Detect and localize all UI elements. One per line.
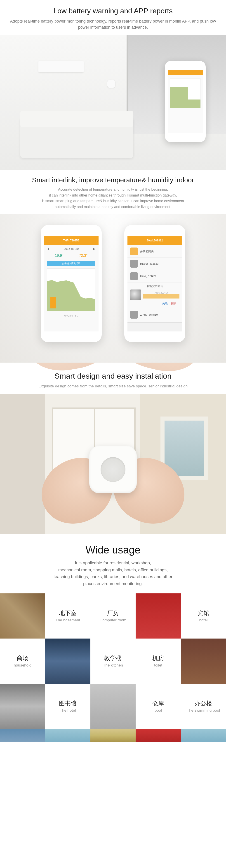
right-phone-group: 20WL708812 多功能网关 HDoor_832623 Hato_78942… [120,225,190,356]
section-interlink: Smart interlink, improve temperature& hu… [0,170,226,363]
label-cn: 宾馆 [198,609,209,617]
gateway-icon [130,248,138,255]
relate-action: 关联 [162,302,168,306]
device-row: 多功能网关 [128,245,182,258]
usage-image-bank [45,729,90,742]
section1-title: Low battery warning and APP reports [9,7,217,15]
battery-chart [170,79,201,108]
sensor-device [89,446,137,493]
chart-bar [50,297,56,308]
app-header-bar [168,70,203,75]
section3-header: Smart design and easy installation Exqui… [0,363,226,394]
alert-bar [143,294,179,299]
usage-image-building [0,684,45,729]
product-in-hands [0,394,226,534]
phone-screen [168,70,203,133]
arrow-left-icon: ◀ [47,247,49,250]
section2-header: Smart interlink, improve temperature& hu… [0,170,226,214]
phone-mockup [165,61,206,142]
hands-holding-device [50,428,176,523]
section1-desc: Adopts real-time battery power monitorin… [9,18,217,30]
section3-desc: Exquisite design comes from the details,… [9,384,217,389]
alert-sub: Alert: 200417 [143,291,179,294]
usage-label: 厂房 Computer room [90,593,136,639]
tab-item [128,322,146,332]
temperature-value: 19.9° [55,254,63,258]
label-cn: 地下室 [59,609,77,617]
label-en: The basement [56,618,80,622]
label-cn: 图书馆 [59,700,77,707]
label-en: hotel [199,618,208,622]
section-design: Smart design and easy installation Exqui… [0,363,226,534]
app-header: THP_736359 [44,236,98,245]
row-label: HDoor_832623 [140,262,159,265]
usage-image-classroom [90,729,136,742]
usage-label: 仓库 pool [136,684,181,729]
label-en: household [14,663,31,668]
device-icon [130,272,138,280]
label-en: Computer room [100,618,126,622]
usage-label: 办公楼 The swimming pool [181,684,226,729]
section2-desc: Accurate detection of temperature and hu… [9,187,217,210]
usage-image-mall [45,639,90,684]
date-row: ◀2016-08-20▶ [44,245,98,252]
phone-right: 20WL708812 多功能网关 HDoor_832623 Hato_78942… [124,225,185,342]
bottom-tabs [128,322,182,332]
usage-label: 机房 toilet [136,639,181,684]
label-cn: 商场 [17,654,28,662]
device-id: 20WL708812 [147,239,163,242]
phone-left: THP_736359 ◀2016-08-20▶ 19.9° 72.3° 点击进入… [41,225,102,342]
usage-label: 商场 household [0,639,45,684]
label-cn: 厂房 [107,609,119,617]
history-button: 点击进入历史记录 [47,261,95,266]
usage-label: 教学楼 The kitchen [90,639,136,684]
usage-image-computer-room [90,684,136,729]
usage-image-school [136,729,181,742]
label-en: The hotel [60,708,76,713]
device-grill [101,457,125,482]
living-room-scene [0,35,226,170]
date-value: 2016-08-20 [64,247,79,250]
tab-item [164,322,182,332]
mac-address: MAC: 04:73:... [44,314,98,318]
wall-sensor-graphic [107,80,115,88]
usage-image-library [0,729,45,742]
label-cn: 机房 [152,654,164,662]
plug-icon [130,311,138,318]
device-row: HDoor_832623 [128,258,182,270]
phones-in-hands: THP_736359 ◀2016-08-20▶ 19.9° 72.3° 点击进入… [0,214,226,363]
section4-title: Wide usage [9,544,217,556]
section3-title: Smart design and easy installation [9,372,217,380]
section-low-battery: Low battery warning and APP reports Adop… [0,0,226,170]
device-name: THP_736359 [63,239,79,242]
label-cn: 教学楼 [104,654,122,662]
row-label: ZPlug_864819 [140,313,158,316]
usage-label: 图书馆 The hotel [45,684,90,729]
phone-right-screen: 20WL708812 多功能网关 HDoor_832623 Hato_78942… [128,236,182,332]
label-en: toilet [154,663,162,668]
usage-label: 宾馆 hotel [181,593,226,639]
air-conditioner-graphic [38,61,84,72]
section4-desc: It is applicable for residential, worksh… [9,560,217,587]
label-cn: 办公楼 [195,700,212,707]
usage-grid: 地下室 The basement 厂房 Computer room 宾馆 hot… [0,593,226,742]
label-en: The swimming pool [187,708,220,713]
section1-header: Low battery warning and APP reports Adop… [0,0,226,35]
delete-action: 删除 [171,302,176,306]
usage-image-pool [181,729,226,742]
tab-item [146,322,164,332]
app-header: 20WL708812 [128,236,182,245]
device-row: Hato_789421 [128,270,182,282]
selected-device: 智能安防套装 Alert: 200417 关联 删除 [128,282,182,309]
phone-left-screen: THP_736359 ◀2016-08-20▶ 19.9° 72.3° 点击进入… [44,236,98,332]
usage-image-warehouse [0,593,45,639]
temp-humidity-chart [47,269,95,311]
label-en: The kitchen [103,663,123,668]
arrow-right-icon: ▶ [93,247,95,250]
device-row: ZPlug_864819 [128,309,182,321]
row-label: 智能安防套装 [130,284,179,288]
row-label: 多功能网关 [140,250,154,253]
label-cn: 仓库 [152,700,164,707]
row-label: Hato_789421 [140,275,157,278]
door-icon [130,260,138,268]
